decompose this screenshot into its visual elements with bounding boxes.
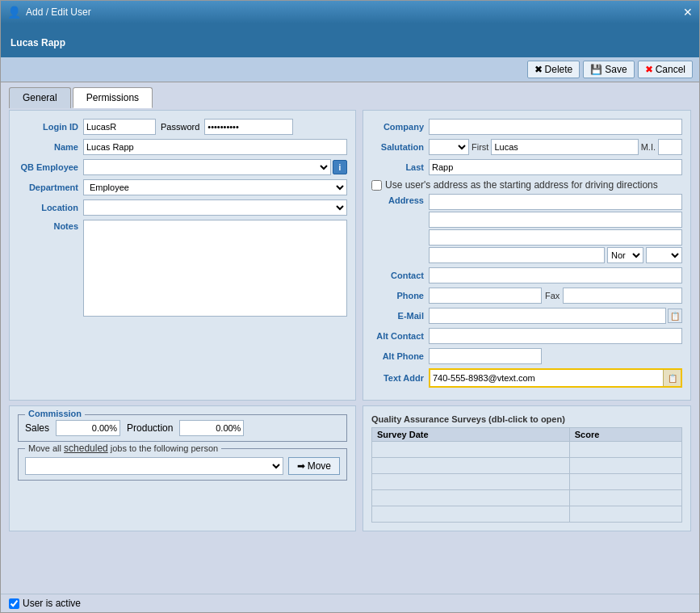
first-name-input[interactable] (491, 139, 638, 155)
commission-box: Commission Sales Production (18, 414, 347, 442)
phone-row: Phone Fax (371, 288, 682, 304)
login-id-input[interactable] (83, 119, 156, 135)
move-arrow-icon: ➡ (297, 460, 305, 472)
department-label: Department (18, 183, 78, 192)
login-id-label: Login ID (18, 122, 78, 132)
bottom-right-panel: Quality Assurance Surveys (dbl-click to … (363, 405, 691, 531)
text-addr-input[interactable] (430, 370, 663, 386)
qb-employee-controls: i (83, 159, 347, 175)
salutation-controls: First M.I. (429, 139, 682, 155)
mi-input[interactable] (658, 139, 682, 155)
last-label: Last (371, 162, 424, 172)
company-row: Company (371, 119, 682, 135)
save-icon: 💾 (590, 64, 602, 75)
text-addr-button[interactable]: 📋 (663, 370, 681, 386)
login-password-row: Login ID Password (18, 119, 347, 135)
notes-label: Notes (18, 220, 78, 231)
last-name-input[interactable] (429, 159, 682, 175)
fax-input[interactable] (563, 288, 682, 304)
toolbar: ✖ Delete 💾 Save ✖ Cancel (1, 57, 699, 82)
name-label: Name (18, 142, 78, 152)
user-active-label: User is active (9, 598, 81, 609)
city-input[interactable] (429, 247, 605, 263)
move-title: Move all scheduled jobs to the following… (25, 443, 221, 454)
tab-general[interactable]: General (9, 87, 71, 108)
notes-row: Notes (18, 220, 347, 317)
location-select[interactable] (83, 199, 347, 216)
alt-contact-input[interactable] (429, 328, 682, 344)
name-row: Name (18, 139, 347, 155)
text-addr-wrapper: 📋 (429, 368, 682, 388)
cancel-icon: ✖ (645, 64, 653, 75)
phone-label: Phone (371, 291, 424, 300)
email-browse-button[interactable]: 📋 (668, 309, 682, 323)
sales-input[interactable] (56, 420, 120, 436)
window-icon: 👤 (7, 6, 21, 19)
department-select[interactable]: Employee (83, 179, 347, 195)
bottom-panels: Commission Sales Production Move all sch… (9, 405, 691, 531)
left-panel: Login ID Password Name QB Employee (9, 110, 356, 401)
use-address-row: Use user's address as the starting addre… (371, 179, 682, 191)
bottom-left-panel: Commission Sales Production Move all sch… (9, 405, 356, 531)
main-window: 👤 Add / Edit User ✕ Lucas Rapp ✖ Delete … (0, 0, 700, 613)
table-row (372, 474, 682, 490)
qb-employee-label: QB Employee (18, 162, 78, 172)
salutation-row: Salutation First M.I. (371, 139, 682, 155)
email-row: E-Mail 📋 (371, 308, 682, 324)
qb-employee-select[interactable] (83, 159, 331, 175)
tabs-container: General Permissions (1, 82, 699, 108)
window-close-button[interactable]: ✕ (683, 6, 693, 19)
text-addr-label: Text Addr (371, 373, 424, 383)
tab-permissions[interactable]: Permissions (73, 87, 153, 108)
contact-label: Contact (371, 271, 424, 280)
text-addr-row: Text Addr 📋 (371, 368, 682, 388)
address-line3-input[interactable] (429, 229, 682, 246)
company-label: Company (371, 122, 424, 132)
alt-phone-label: Alt Phone (371, 351, 424, 361)
table-row (372, 506, 682, 523)
cancel-button[interactable]: ✖ Cancel (638, 61, 693, 78)
location-row: Location (18, 199, 347, 216)
email-controls: 📋 (429, 308, 682, 324)
phone-fax-controls: Fax (429, 288, 682, 304)
phone-input[interactable] (429, 288, 542, 304)
last-name-row: Last (371, 159, 682, 175)
production-label: Production (127, 422, 173, 434)
move-person-select[interactable] (25, 457, 283, 475)
window-title: Lucas Rapp (1, 23, 699, 57)
department-row: Department Employee (18, 179, 347, 195)
use-address-checkbox[interactable] (371, 180, 382, 191)
delete-button[interactable]: ✖ Delete (527, 61, 581, 78)
user-active-checkbox[interactable] (9, 598, 19, 609)
save-button[interactable]: 💾 Save (583, 61, 634, 78)
address-label: Address (371, 194, 424, 205)
production-input[interactable] (179, 420, 244, 436)
col-score: Score (569, 428, 681, 442)
contact-row: Contact (371, 267, 682, 283)
address-line2-input[interactable] (429, 212, 682, 228)
move-button[interactable]: ➡ Move (288, 457, 340, 475)
commission-row: Sales Production (25, 420, 340, 436)
qb-info-button[interactable]: i (333, 160, 347, 174)
content-area: Login ID Password Name QB Employee (1, 108, 699, 594)
state-select[interactable]: Nor (607, 247, 643, 263)
notes-textarea[interactable] (83, 220, 347, 317)
use-address-label: Use user's address as the starting addre… (385, 179, 658, 191)
alt-phone-input[interactable] (429, 348, 542, 364)
qb-employee-row: QB Employee i (18, 159, 347, 175)
address-line1-input[interactable] (429, 194, 682, 210)
password-input[interactable] (204, 119, 293, 135)
country-select[interactable] (646, 247, 682, 263)
top-panels: Login ID Password Name QB Employee (9, 110, 691, 401)
password-label: Password (161, 122, 199, 132)
email-input[interactable] (429, 308, 666, 324)
address-row: Address Nor (371, 194, 682, 263)
table-row (372, 458, 682, 474)
salutation-select[interactable] (429, 139, 469, 155)
right-panel: Company Salutation First M.I. (363, 110, 691, 401)
address-state-row: Nor (429, 247, 682, 263)
company-input[interactable] (429, 119, 682, 135)
alt-phone-row: Alt Phone (371, 348, 682, 364)
name-input[interactable] (83, 139, 347, 155)
contact-input[interactable] (429, 267, 682, 283)
